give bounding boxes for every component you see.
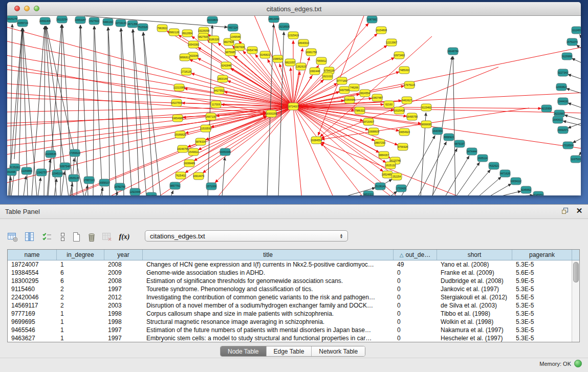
paper-node-teal[interactable]: 1571009	[206, 183, 216, 190]
paper-node-teal[interactable]: 9857791	[170, 182, 180, 189]
table-cell-title[interactable]: Tourette syndrome. Phenomenology and cla…	[143, 286, 394, 293]
paper-node-yellow[interactable]: 19166825	[175, 131, 186, 138]
paper-node-teal[interactable]: 15751074	[567, 38, 578, 46]
minimize-window-button[interactable]	[24, 6, 30, 11]
table-cell-pagerank[interactable]: 5.3E-5	[512, 302, 572, 309]
table-cell-in_degree[interactable]: 1	[57, 335, 104, 342]
table-settings-icon[interactable]	[6, 230, 19, 244]
paper-node-yellow[interactable]: 6822057	[285, 59, 295, 66]
paper-node-yellow[interactable]: 17975115	[404, 81, 415, 89]
table-cell-name[interactable]: 9777169	[8, 310, 57, 317]
paper-node-yellow[interactable]: 7625402	[176, 172, 186, 179]
paper-node-yellow[interactable]: 8186328	[209, 36, 219, 43]
citation-edge-black[interactable]	[11, 172, 14, 195]
table-cell-out_de[interactable]: 0	[394, 335, 437, 342]
paper-node-teal[interactable]: 8958923	[444, 134, 454, 141]
paper-node-teal[interactable]: 11156869	[21, 167, 32, 174]
citation-edge-black[interactable]	[453, 56, 455, 195]
citation-edge-black[interactable]	[568, 103, 581, 107]
paper-node-teal[interactable]: 6879197	[454, 140, 465, 147]
table-cell-title[interactable]: Structural magnetic resonance image aver…	[143, 318, 394, 325]
paper-node-yellow[interactable]: 11533592	[200, 125, 211, 132]
delete-table-icon[interactable]	[85, 230, 98, 244]
table-cell-title[interactable]: Embryonic stem cells: a model to study s…	[143, 335, 394, 342]
paper-node-teal[interactable]: 7632621	[489, 162, 499, 169]
paper-node-teal[interactable]: 11545193	[52, 170, 63, 177]
paper-node-yellow[interactable]: 5878334	[195, 138, 206, 145]
paper-node-yellow[interactable]: 1362615	[296, 63, 306, 70]
paper-node-yellow[interactable]: 1588520	[273, 55, 283, 62]
table-cell-year[interactable]: 2009	[104, 269, 143, 276]
citation-edge-black[interactable]	[133, 29, 139, 195]
paper-node-yellow[interactable]: 16154808	[376, 27, 387, 34]
table-cell-short[interactable]: Wolkin et al. (1998)	[437, 318, 512, 325]
paper-node-teal[interactable]: 20053346	[220, 148, 231, 156]
paper-node-yellow[interactable]: 7986322	[355, 107, 365, 114]
paper-node-yellow[interactable]: 9463627	[402, 97, 412, 104]
row-height-icon[interactable]	[56, 230, 69, 244]
table-cell-in_degree[interactable]: 1	[57, 310, 104, 317]
paper-node-yellow[interactable]: 1549822	[188, 148, 199, 156]
citation-edge-black[interactable]	[77, 25, 80, 195]
paper-node-yellow[interactable]: 16495758	[406, 113, 418, 120]
paper-node-yellow[interactable]: 12325419	[288, 32, 299, 39]
float-panel-icon[interactable]	[560, 206, 570, 215]
table-cell-in_degree[interactable]: 1	[57, 261, 104, 268]
paper-node-yellow[interactable]: 8427552	[214, 87, 224, 94]
paper-node-yellow[interactable]: 8912954	[182, 30, 192, 37]
table-cell-name[interactable]: 9115460	[8, 286, 57, 293]
tab-node-table[interactable]: Node Table	[221, 346, 267, 356]
table-cell-pagerank[interactable]: 5.3E-5	[512, 326, 572, 334]
citation-edge-black[interactable]	[572, 58, 581, 62]
citation-edge-red[interactable]	[7, 64, 266, 113]
citation-edge-black[interactable]	[38, 178, 41, 195]
column-header-out_de[interactable]: △out_de…	[394, 250, 437, 260]
paper-node-yellow[interactable]: 2967608	[234, 43, 245, 51]
table-cell-year[interactable]: 1998	[104, 318, 143, 325]
table-cell-year[interactable]: 1997	[104, 286, 143, 293]
close-window-button[interactable]	[14, 6, 20, 11]
table-cell-in_degree[interactable]: 2	[57, 294, 104, 301]
paper-node-yellow[interactable]: 1990448	[310, 68, 320, 75]
paper-node-teal[interactable]: 20691406	[39, 17, 51, 25]
paper-node-teal[interactable]: 1527602	[89, 17, 99, 25]
paper-node-yellow[interactable]: 9699695	[421, 121, 431, 128]
paper-node-yellow[interactable]: 9115460	[421, 104, 431, 111]
paper-node-teal[interactable]: 18813054	[268, 16, 279, 23]
paper-node-yellow[interactable]: 1349546	[230, 33, 241, 40]
network-window-titlebar[interactable]: citations_edges.txt	[7, 2, 581, 16]
paper-node-teal[interactable]: 10654112	[510, 178, 521, 185]
paper-node-teal[interactable]: 1112457	[572, 27, 581, 34]
citation-edge-black[interactable]	[579, 153, 581, 155]
column-header-title[interactable]: title	[143, 250, 394, 260]
paper-node-yellow[interactable]: 18107554	[171, 99, 182, 106]
table-cell-in_degree[interactable]: 2	[57, 286, 104, 293]
citation-edge-red[interactable]	[293, 106, 335, 195]
citation-edge-red[interactable]	[293, 106, 302, 195]
column-header-year[interactable]: year	[104, 250, 143, 260]
citation-edge-black[interactable]	[121, 28, 124, 195]
column-header-in_degree[interactable]: in_degree	[57, 250, 104, 260]
paper-node-teal[interactable]: 10653287	[75, 16, 86, 24]
paper-node-teal[interactable]: 12444191	[557, 98, 569, 105]
paper-node-teal[interactable]: 15692971	[557, 126, 569, 134]
table-cell-name[interactable]: 9699695	[8, 318, 57, 325]
paper-node-teal[interactable]: 12923448	[129, 188, 141, 195]
table-cell-year[interactable]: 1998	[104, 310, 143, 317]
paper-node-yellow[interactable]: 252254	[391, 173, 402, 180]
zoom-window-button[interactable]	[34, 6, 39, 11]
paper-node-teal[interactable]: 12093822	[556, 83, 567, 91]
paper-node-yellow[interactable]: 2718126	[181, 68, 191, 75]
table-cell-in_degree[interactable]: 1	[57, 318, 104, 325]
paper-node-yellow[interactable]: 3824554	[360, 90, 370, 97]
paper-node-yellow[interactable]: 18807293	[374, 139, 385, 146]
paper-node-teal[interactable]: 9864522	[146, 192, 157, 195]
table-cell-year[interactable]: 1997	[104, 326, 143, 334]
table-cell-out_de[interactable]: 0	[394, 326, 437, 334]
paper-node-yellow[interactable]: 7485063	[399, 67, 409, 74]
table-cell-out_de[interactable]: 0	[394, 269, 437, 276]
table-cell-year[interactable]: 2012	[104, 294, 143, 301]
table-cell-title[interactable]: Investigating the contribution of common…	[143, 294, 394, 301]
paper-node-yellow[interactable]: 746266	[349, 84, 359, 91]
table-cell-title[interactable]: Disruption of a novel member of a sodium…	[143, 302, 394, 309]
